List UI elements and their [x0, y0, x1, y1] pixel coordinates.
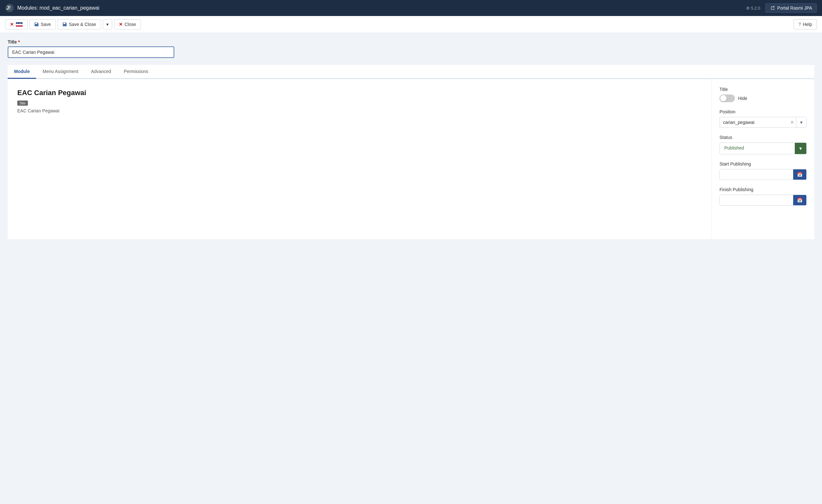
position-clear-icon[interactable]: ✕ [788, 118, 796, 126]
status-value: Published [720, 143, 795, 154]
status-field: Status Published ▾ [720, 135, 807, 154]
toolbar: ✕ Save Save & Close ▾ ✕ Close [0, 16, 822, 33]
tabs: Module Menu Assignment Advanced Permissi… [8, 65, 814, 79]
save-dropdown-button[interactable]: ▾ [103, 19, 112, 29]
position-chevron-icon[interactable]: ▾ [796, 117, 806, 127]
start-publishing-calendar-button[interactable]: 📅 [793, 169, 806, 180]
toolbar-right: ? Help [794, 19, 817, 29]
navbar-left: J! Modules: mod_eac_carian_pegawai [5, 4, 99, 12]
portal-button[interactable]: Portal Rasmi JPA [765, 3, 817, 13]
module-content: EAC Carian Pegawai Site EAC Carian Pegaw… [8, 79, 712, 239]
navbar: J! Modules: mod_eac_carian_pegawai ⚙ 5.2… [0, 0, 822, 16]
joomla-logo-icon: J! [5, 4, 14, 12]
finish-publishing-calendar-button[interactable]: 📅 [793, 195, 806, 205]
finish-publishing-field: Finish Publishing 📅 [720, 187, 807, 205]
navbar-right: ⚙ 5.2.0 Portal Rasmi JPA [746, 3, 817, 13]
finish-publishing-label: Finish Publishing [720, 187, 807, 192]
toggle-knob [720, 95, 727, 101]
save-close-button[interactable]: Save & Close [58, 19, 101, 29]
position-label: Position [720, 109, 807, 114]
tab-advanced[interactable]: Advanced [85, 65, 117, 79]
close-button-label: Close [125, 22, 136, 27]
tabs-wrapper: Module Menu Assignment Advanced Permissi… [8, 65, 814, 79]
tab-permissions[interactable]: Permissions [117, 65, 155, 79]
close-x-icon: ✕ [119, 22, 123, 27]
required-indicator: * [18, 39, 20, 44]
save-button[interactable]: Save [29, 19, 56, 29]
right-sidebar: Title Hide Position carian_pegawai ✕ ▾ [712, 79, 814, 239]
title-toggle-field: Title Hide [720, 87, 807, 102]
module-subtitle: EAC Carian Pegawai [17, 108, 702, 113]
main-panel: EAC Carian Pegawai Site EAC Carian Pegaw… [8, 79, 814, 239]
external-link-icon [770, 5, 775, 11]
start-publishing-field: Start Publishing 📅 [720, 161, 807, 180]
title-field-label: Title * [8, 39, 814, 44]
title-field-wrapper: Title * [8, 39, 814, 58]
x-icon: ✕ [10, 22, 14, 27]
start-publishing-input[interactable] [720, 169, 793, 180]
position-select[interactable]: carian_pegawai ✕ ▾ [720, 117, 807, 128]
calendar-icon: 📅 [797, 172, 802, 177]
tab-module[interactable]: Module [8, 65, 36, 79]
start-publishing-label: Start Publishing [720, 161, 807, 166]
title-input[interactable] [8, 46, 174, 58]
finish-publishing-input[interactable] [720, 195, 793, 205]
portal-button-label: Portal Rasmi JPA [777, 5, 812, 11]
save-close-button-label: Save & Close [69, 22, 96, 27]
position-value: carian_pegawai [720, 117, 788, 127]
finish-publishing-input-row: 📅 [720, 195, 807, 205]
site-badge: Site [17, 100, 28, 106]
status-dropdown-button[interactable]: ▾ [795, 143, 806, 154]
toggle-track [720, 94, 735, 102]
svg-text:J!: J! [6, 5, 11, 11]
status-label: Status [720, 135, 807, 140]
page-title: Modules: mod_eac_carian_pegawai [17, 5, 99, 11]
toolbar-left: ✕ Save Save & Close ▾ ✕ Close [5, 19, 141, 29]
tab-menu-assignment[interactable]: Menu Assignment [36, 65, 85, 79]
question-icon: ? [798, 22, 801, 27]
close-button[interactable]: ✕ Close [114, 19, 141, 29]
help-button-label: Help [803, 22, 812, 27]
chevron-down-icon: ▾ [106, 22, 109, 27]
save-close-icon [62, 22, 67, 27]
title-toggle-value-label: Hide [738, 96, 747, 101]
module-panel-title: EAC Carian Pegawai [17, 89, 702, 97]
title-toggle-row: Hide [720, 94, 807, 102]
title-toggle-label: Title [720, 87, 807, 92]
language-button[interactable]: ✕ [5, 19, 28, 29]
start-publishing-input-row: 📅 [720, 169, 807, 180]
title-toggle-switch[interactable] [720, 94, 735, 102]
status-select[interactable]: Published ▾ [720, 142, 807, 154]
content-area: Title * Module Menu Assignment Advanced … [0, 33, 822, 245]
help-button[interactable]: ? Help [794, 19, 817, 29]
position-field: Position carian_pegawai ✕ ▾ [720, 109, 807, 128]
version-label: ⚙ 5.2.0 [746, 6, 761, 11]
flag-icon [16, 22, 23, 27]
calendar-icon-2: 📅 [797, 197, 802, 203]
status-chevron-icon: ▾ [799, 145, 802, 151]
save-icon [34, 22, 39, 27]
save-button-label: Save [41, 22, 51, 27]
